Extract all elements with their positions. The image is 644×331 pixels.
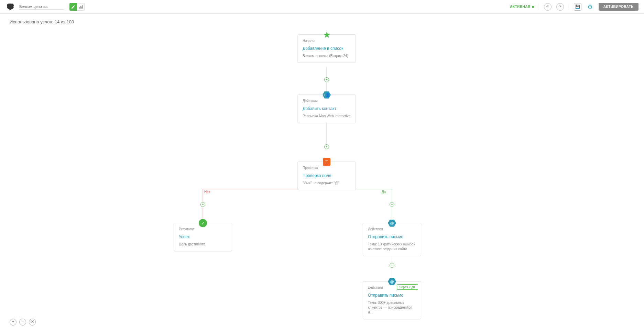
- node-title: Отправить письмо: [368, 234, 416, 240]
- node-type-label: Проверка: [303, 166, 351, 170]
- delay-badge: Через 2 дн.: [397, 284, 418, 290]
- zoom-out-button[interactable]: −: [19, 319, 26, 326]
- node-title: Успех: [179, 234, 227, 240]
- save-button[interactable]: 💾: [574, 3, 581, 11]
- contact-icon: +👤: [323, 91, 331, 99]
- node-type-label: Результат: [179, 227, 227, 231]
- branch-no-label: Нет: [204, 190, 210, 194]
- node-desc: Тема: 10 критических ошибок на этапе соз…: [368, 242, 416, 252]
- status-dot-icon: [532, 6, 534, 8]
- stats-mode-button[interactable]: [77, 3, 85, 11]
- node-desc: Рассылка Man Web Interactive: [303, 114, 351, 119]
- node-add-contact[interactable]: +👤 Действия Добавить контакт Рассылка Ma…: [297, 95, 356, 123]
- node-desc: "Имя" не содержит "@": [303, 181, 351, 186]
- node-title: Проверка поля: [303, 173, 351, 179]
- app-logo[interactable]: [6, 2, 15, 12]
- add-node-button[interactable]: +: [324, 144, 329, 149]
- add-node-button[interactable]: +: [324, 77, 329, 82]
- add-node-button[interactable]: +: [200, 202, 205, 207]
- fit-view-button[interactable]: ⦿: [29, 319, 36, 326]
- node-type-label: Действия: [368, 227, 416, 231]
- node-send-email-1[interactable]: @ Действия Отправить письмо Тема: 10 кри…: [363, 223, 421, 256]
- status-badge: АКТИВНАЯ: [510, 5, 534, 9]
- checklist-icon: ☰: [323, 158, 331, 166]
- star-icon: ★: [323, 31, 331, 39]
- node-type-label: Действия: [303, 99, 351, 103]
- node-start[interactable]: ★ Начало Добавление в список Велком цепо…: [297, 34, 356, 63]
- email-icon: @: [388, 277, 396, 286]
- activate-button[interactable]: АКТИВИРОВАТЬ: [599, 3, 638, 11]
- undo-button[interactable]: ↶: [544, 3, 552, 11]
- add-node-button[interactable]: +: [390, 263, 394, 268]
- node-title: Добавить контакт: [303, 106, 351, 112]
- email-icon: @: [388, 219, 396, 227]
- node-title: Отправить письмо: [368, 293, 416, 298]
- edit-mode-button[interactable]: [69, 3, 77, 11]
- redo-button[interactable]: ↷: [556, 3, 564, 11]
- node-send-email-2[interactable]: @ Через 2 дн. Действия Отправить письмо …: [363, 281, 421, 319]
- settings-button[interactable]: ⚙: [586, 3, 594, 11]
- branch-yes-label: Да: [382, 190, 386, 194]
- node-desc: Цель достигнута: [179, 242, 227, 247]
- node-title: Добавление в список: [303, 46, 351, 52]
- node-desc: Тема: 300+ довольных клиентов — присоеди…: [368, 300, 416, 315]
- node-check-field[interactable]: ☰ Проверка Проверка поля "Имя" не содерж…: [297, 162, 356, 190]
- add-node-button[interactable]: +: [390, 202, 394, 207]
- check-icon: ✓: [199, 219, 207, 227]
- zoom-in-button[interactable]: +: [10, 319, 17, 326]
- node-desc: Велком цепочка (Битрикс24): [303, 54, 351, 58]
- campaign-title-input[interactable]: [19, 4, 64, 10]
- node-success[interactable]: ✓ Результат Успех Цель достигнута: [174, 223, 232, 251]
